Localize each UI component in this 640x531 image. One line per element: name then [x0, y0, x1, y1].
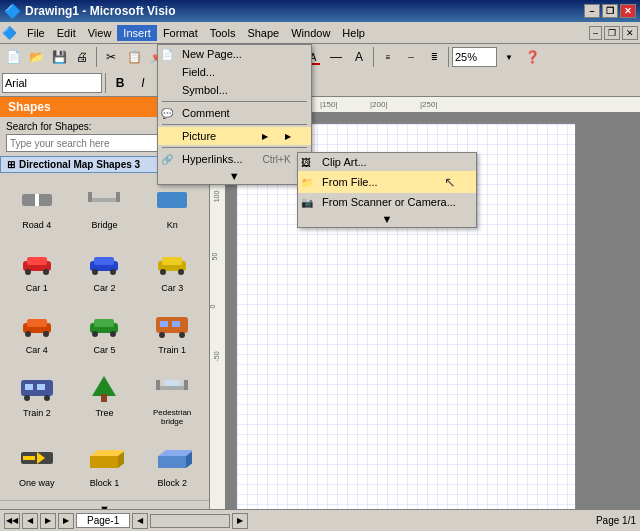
picture-submenu-panel: 🖼 Clip Art... 📁 From File... ↖ 📷 From Sc…: [297, 152, 477, 228]
bottom-bar: ◀◀ ◀ ▶ ▶ Page-1 ◀ ▶ Page 1/1: [0, 509, 640, 531]
help-button[interactable]: ❓: [521, 46, 543, 68]
new-button[interactable]: 📄: [2, 46, 24, 68]
menu-item-window[interactable]: Window: [285, 25, 336, 41]
copy-button[interactable]: 📋: [123, 46, 145, 68]
picture-label: Picture: [182, 130, 216, 142]
shape-label-car1: Car 1: [26, 283, 48, 293]
app-restore-button[interactable]: ❐: [602, 4, 618, 18]
app-icon: 🔷: [4, 3, 21, 19]
fromfile-label: From File...: [322, 176, 378, 188]
line-weight-button[interactable]: ≡: [377, 46, 399, 68]
clipart-item[interactable]: 🖼 Clip Art...: [298, 153, 476, 171]
toolbar-separator-6: [448, 47, 449, 67]
svg-rect-5: [157, 192, 187, 208]
cursor-indicator: ↖: [444, 174, 456, 190]
menu-item-view[interactable]: View: [82, 25, 118, 41]
insert-comment-item[interactable]: 💬 Comment: [158, 104, 311, 122]
shape-item-tree[interactable]: Tree: [72, 365, 138, 434]
menu-separator-1: [162, 101, 307, 102]
menu-item-file[interactable]: File: [21, 25, 51, 41]
shape-item-car3[interactable]: Car 3: [139, 240, 205, 301]
menu-item-shape[interactable]: Shape: [241, 25, 285, 41]
shape-item-block2[interactable]: Block 2: [139, 435, 205, 496]
newpage-label: New Page...: [182, 48, 242, 60]
svg-rect-15: [162, 257, 182, 265]
shape-item-pedestrian[interactable]: Pedestrian bridge: [139, 365, 205, 434]
page-tab[interactable]: Page-1: [76, 513, 130, 528]
print-button[interactable]: 🖨: [71, 46, 93, 68]
shape-item-train1[interactable]: Train 1: [139, 302, 205, 363]
shape-item-train2[interactable]: Train 2: [4, 365, 70, 434]
menu-item-help[interactable]: Help: [336, 25, 371, 41]
insert-newpage-item[interactable]: 📄 New Page...: [158, 45, 311, 63]
block2-icon: [150, 440, 194, 476]
insert-symbol-item[interactable]: Symbol...: [158, 81, 311, 99]
fromfile-item[interactable]: 📁 From File... ↖: [298, 171, 476, 193]
shape-label-kn: Kn: [167, 220, 178, 230]
submenu-scroll-button[interactable]: ▼: [298, 211, 476, 227]
shape-item-bridge[interactable]: Bridge: [72, 177, 138, 238]
svg-rect-27: [160, 321, 168, 327]
category-label: Directional Map Shapes 3: [19, 159, 140, 170]
menu-item-edit[interactable]: Edit: [51, 25, 82, 41]
window-close-button[interactable]: ✕: [622, 26, 638, 40]
shape-label-pedestrian: Pedestrian bridge: [142, 408, 202, 426]
app-minimize-button[interactable]: –: [584, 4, 600, 18]
bold-button[interactable]: B: [109, 72, 131, 94]
shape-item-car2[interactable]: Car 2: [72, 240, 138, 301]
shape-item-car5[interactable]: Car 5: [72, 302, 138, 363]
font-name-input[interactable]: [2, 73, 102, 93]
shape-item-car4[interactable]: Car 4: [4, 302, 70, 363]
italic-button[interactable]: I: [132, 72, 154, 94]
insert-field-item[interactable]: Field...: [158, 63, 311, 81]
bridge-icon: [82, 182, 126, 218]
fromscanner-item[interactable]: 📷 From Scanner or Camera...: [298, 193, 476, 211]
line-color-button[interactable]: —: [325, 46, 347, 68]
shape-item-block1[interactable]: Block 1: [72, 435, 138, 496]
shape-label-car2: Car 2: [93, 283, 115, 293]
window-restore-button[interactable]: ❐: [604, 26, 620, 40]
picture-menu: 🖼 Clip Art... 📁 From File... ↖ 📷 From Sc…: [297, 152, 477, 228]
font-separator: [105, 73, 106, 93]
scroll-left-button[interactable]: ◀: [132, 513, 148, 529]
app-close-button[interactable]: ✕: [620, 4, 636, 18]
menu-scroll-button[interactable]: ▼: [158, 168, 311, 184]
car1-icon: [15, 245, 59, 281]
shape-item-road4[interactable]: Road 4: [4, 177, 70, 238]
insert-picture-item[interactable]: Picture ▶: [158, 127, 311, 145]
shape-label-oneway: One way: [19, 478, 55, 488]
shape-item-car1[interactable]: Car 1: [4, 240, 70, 301]
last-page-button[interactable]: ▶: [58, 513, 74, 529]
insert-hyperlinks-item[interactable]: 🔗 Hyperlinks... Ctrl+K: [158, 150, 311, 168]
shape-item-kn[interactable]: Kn: [139, 177, 205, 238]
hyperlinks-icon: 🔗: [161, 154, 173, 165]
menu-item-insert[interactable]: Insert: [117, 25, 157, 41]
toolbar-area: 📄 📂 💾 🖨 ✂ 📋 📌 ↩ ↪ ↖ 🔗 A A — A ≡ ─: [0, 44, 640, 97]
svg-rect-39: [156, 380, 160, 390]
svg-point-29: [159, 332, 165, 338]
svg-rect-28: [172, 321, 180, 327]
next-page-button[interactable]: ▶: [40, 513, 56, 529]
save-button[interactable]: 💾: [48, 46, 70, 68]
percent-box-wrapper: [452, 47, 497, 67]
prev-page-button[interactable]: ◀: [22, 513, 38, 529]
train1-icon: [150, 307, 194, 343]
window-minimize-button[interactable]: –: [589, 26, 602, 40]
font-color-button[interactable]: A: [348, 46, 370, 68]
car2-icon: [82, 245, 126, 281]
cut-button[interactable]: ✂: [100, 46, 122, 68]
first-page-button[interactable]: ◀◀: [4, 513, 20, 529]
scroll-track[interactable]: [150, 514, 230, 528]
shape-label-bridge: Bridge: [91, 220, 117, 230]
scroll-right-button[interactable]: ▶: [232, 513, 248, 529]
align-button[interactable]: ≣: [423, 46, 445, 68]
zoom-dropdown-button[interactable]: ▼: [498, 46, 520, 68]
shape-item-oneway[interactable]: One way: [4, 435, 70, 496]
line-style-button[interactable]: ─: [400, 46, 422, 68]
menu-item-tools[interactable]: Tools: [204, 25, 242, 41]
road4-icon: [15, 182, 59, 218]
open-button[interactable]: 📂: [25, 46, 47, 68]
zoom-input[interactable]: [452, 47, 497, 67]
app-icon-small: 🔷: [2, 26, 17, 40]
menu-item-format[interactable]: Format: [157, 25, 204, 41]
